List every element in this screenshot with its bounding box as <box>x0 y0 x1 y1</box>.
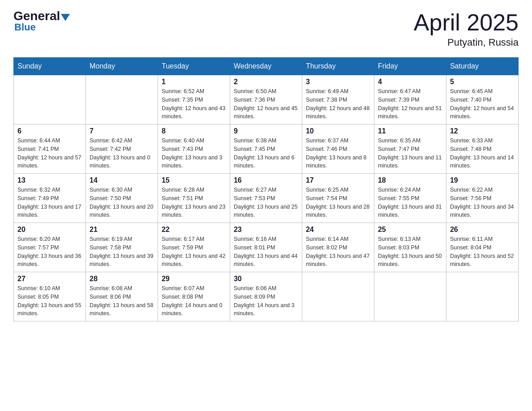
location-subtitle: Putyatin, Russia <box>414 37 519 48</box>
calendar-cell: 22Sunrise: 6:17 AMSunset: 7:59 PMDayligh… <box>158 223 230 272</box>
day-number: 11 <box>378 127 442 135</box>
day-number: 22 <box>162 226 226 234</box>
day-info: Sunrise: 6:44 AMSunset: 7:41 PMDaylight:… <box>17 137 82 170</box>
day-number: 14 <box>90 176 154 184</box>
calendar-cell: 4Sunrise: 6:47 AMSunset: 7:39 PMDaylight… <box>374 75 446 124</box>
calendar-cell: 11Sunrise: 6:35 AMSunset: 7:47 PMDayligh… <box>374 124 446 174</box>
day-info: Sunrise: 6:47 AMSunset: 7:39 PMDaylight:… <box>378 87 442 121</box>
calendar-cell: 27Sunrise: 6:10 AMSunset: 8:05 PMDayligh… <box>14 272 86 321</box>
day-info: Sunrise: 6:07 AMSunset: 8:08 PMDaylight:… <box>162 284 226 318</box>
calendar-cell: 26Sunrise: 6:11 AMSunset: 8:04 PMDayligh… <box>446 223 518 272</box>
day-number: 12 <box>450 127 515 135</box>
day-number: 29 <box>162 275 226 283</box>
calendar-cell: 13Sunrise: 6:32 AMSunset: 7:49 PMDayligh… <box>14 174 86 223</box>
calendar-cell: 28Sunrise: 6:08 AMSunset: 8:06 PMDayligh… <box>86 272 158 321</box>
calendar-cell: 1Sunrise: 6:52 AMSunset: 7:35 PMDaylight… <box>158 75 230 124</box>
calendar-cell <box>446 272 518 321</box>
day-number: 18 <box>378 176 442 184</box>
calendar-cell <box>374 272 446 321</box>
calendar-week-row: 27Sunrise: 6:10 AMSunset: 8:05 PMDayligh… <box>14 272 519 321</box>
day-info: Sunrise: 6:40 AMSunset: 7:43 PMDaylight:… <box>162 137 226 170</box>
calendar-cell: 20Sunrise: 6:20 AMSunset: 7:57 PMDayligh… <box>14 223 86 272</box>
day-number: 1 <box>162 78 226 86</box>
calendar-cell: 19Sunrise: 6:22 AMSunset: 7:56 PMDayligh… <box>446 174 518 223</box>
day-number: 24 <box>306 226 370 234</box>
calendar-body: 1Sunrise: 6:52 AMSunset: 7:35 PMDaylight… <box>14 75 519 321</box>
calendar-cell <box>14 75 86 124</box>
calendar-cell: 18Sunrise: 6:24 AMSunset: 7:55 PMDayligh… <box>374 174 446 223</box>
calendar-cell: 7Sunrise: 6:42 AMSunset: 7:42 PMDaylight… <box>86 124 158 174</box>
day-number: 4 <box>378 78 442 86</box>
day-info: Sunrise: 6:16 AMSunset: 8:01 PMDaylight:… <box>234 235 298 269</box>
calendar-cell: 6Sunrise: 6:44 AMSunset: 7:41 PMDaylight… <box>14 124 86 174</box>
day-info: Sunrise: 6:50 AMSunset: 7:36 PMDaylight:… <box>234 87 298 121</box>
day-number: 5 <box>450 78 515 86</box>
day-info: Sunrise: 6:08 AMSunset: 8:06 PMDaylight:… <box>90 284 154 318</box>
day-number: 9 <box>234 127 298 135</box>
day-info: Sunrise: 6:38 AMSunset: 7:45 PMDaylight:… <box>234 137 298 170</box>
calendar-cell: 8Sunrise: 6:40 AMSunset: 7:43 PMDaylight… <box>158 124 230 174</box>
day-number: 26 <box>450 226 515 234</box>
day-info: Sunrise: 6:10 AMSunset: 8:05 PMDaylight:… <box>17 284 82 318</box>
calendar-week-row: 6Sunrise: 6:44 AMSunset: 7:41 PMDaylight… <box>14 124 519 174</box>
calendar-cell: 9Sunrise: 6:38 AMSunset: 7:45 PMDaylight… <box>230 124 302 174</box>
calendar-cell: 21Sunrise: 6:19 AMSunset: 7:58 PMDayligh… <box>86 223 158 272</box>
calendar-cell: 10Sunrise: 6:37 AMSunset: 7:46 PMDayligh… <box>302 124 374 174</box>
day-number: 27 <box>17 275 82 283</box>
day-number: 16 <box>234 176 298 184</box>
calendar-cell: 3Sunrise: 6:49 AMSunset: 7:38 PMDaylight… <box>302 75 374 124</box>
col-saturday: Saturday <box>446 58 518 75</box>
day-number: 30 <box>234 275 298 283</box>
day-number: 23 <box>234 226 298 234</box>
day-info: Sunrise: 6:22 AMSunset: 7:56 PMDaylight:… <box>450 186 515 219</box>
day-number: 19 <box>450 176 515 184</box>
calendar-week-row: 13Sunrise: 6:32 AMSunset: 7:49 PMDayligh… <box>14 174 519 223</box>
day-info: Sunrise: 6:13 AMSunset: 8:03 PMDaylight:… <box>378 235 442 269</box>
col-monday: Monday <box>86 58 158 75</box>
day-info: Sunrise: 6:32 AMSunset: 7:49 PMDaylight:… <box>17 186 82 219</box>
day-number: 13 <box>17 176 82 184</box>
header-row: Sunday Monday Tuesday Wednesday Thursday… <box>14 58 519 75</box>
day-info: Sunrise: 6:28 AMSunset: 7:51 PMDaylight:… <box>162 186 226 219</box>
day-info: Sunrise: 6:33 AMSunset: 7:48 PMDaylight:… <box>450 137 515 170</box>
day-number: 8 <box>162 127 226 135</box>
calendar-cell: 23Sunrise: 6:16 AMSunset: 8:01 PMDayligh… <box>230 223 302 272</box>
day-info: Sunrise: 6:11 AMSunset: 8:04 PMDaylight:… <box>450 235 515 269</box>
day-number: 2 <box>234 78 298 86</box>
day-number: 6 <box>17 127 82 135</box>
day-number: 7 <box>90 127 154 135</box>
day-number: 17 <box>306 176 370 184</box>
calendar-cell: 17Sunrise: 6:25 AMSunset: 7:54 PMDayligh… <box>302 174 374 223</box>
calendar-week-row: 20Sunrise: 6:20 AMSunset: 7:57 PMDayligh… <box>14 223 519 272</box>
calendar-cell: 30Sunrise: 6:06 AMSunset: 8:09 PMDayligh… <box>230 272 302 321</box>
day-number: 10 <box>306 127 370 135</box>
calendar-cell <box>302 272 374 321</box>
calendar-week-row: 1Sunrise: 6:52 AMSunset: 7:35 PMDaylight… <box>14 75 519 124</box>
calendar-cell: 24Sunrise: 6:14 AMSunset: 8:02 PMDayligh… <box>302 223 374 272</box>
col-tuesday: Tuesday <box>158 58 230 75</box>
calendar-cell: 15Sunrise: 6:28 AMSunset: 7:51 PMDayligh… <box>158 174 230 223</box>
day-info: Sunrise: 6:25 AMSunset: 7:54 PMDaylight:… <box>306 186 370 219</box>
day-info: Sunrise: 6:45 AMSunset: 7:40 PMDaylight:… <box>450 87 515 121</box>
calendar-cell: 16Sunrise: 6:27 AMSunset: 7:53 PMDayligh… <box>230 174 302 223</box>
calendar-cell: 2Sunrise: 6:50 AMSunset: 7:36 PMDaylight… <box>230 75 302 124</box>
day-number: 20 <box>17 226 82 234</box>
logo-arrow-icon <box>61 14 70 21</box>
page-header: General Blue April 2025 Putyatin, Russia <box>13 9 519 48</box>
calendar-cell <box>86 75 158 124</box>
month-year-title: April 2025 <box>414 9 519 36</box>
day-info: Sunrise: 6:24 AMSunset: 7:55 PMDaylight:… <box>378 186 442 219</box>
day-info: Sunrise: 6:19 AMSunset: 7:58 PMDaylight:… <box>90 235 154 269</box>
col-friday: Friday <box>374 58 446 75</box>
day-number: 25 <box>378 226 442 234</box>
day-info: Sunrise: 6:06 AMSunset: 8:09 PMDaylight:… <box>234 284 298 318</box>
day-info: Sunrise: 6:37 AMSunset: 7:46 PMDaylight:… <box>306 137 370 170</box>
day-info: Sunrise: 6:14 AMSunset: 8:02 PMDaylight:… <box>306 235 370 269</box>
day-number: 15 <box>162 176 226 184</box>
calendar-cell: 29Sunrise: 6:07 AMSunset: 8:08 PMDayligh… <box>158 272 230 321</box>
day-info: Sunrise: 6:17 AMSunset: 7:59 PMDaylight:… <box>162 235 226 269</box>
calendar-cell: 14Sunrise: 6:30 AMSunset: 7:50 PMDayligh… <box>86 174 158 223</box>
calendar-cell: 25Sunrise: 6:13 AMSunset: 8:03 PMDayligh… <box>374 223 446 272</box>
col-wednesday: Wednesday <box>230 58 302 75</box>
calendar-table: Sunday Monday Tuesday Wednesday Thursday… <box>13 57 519 321</box>
